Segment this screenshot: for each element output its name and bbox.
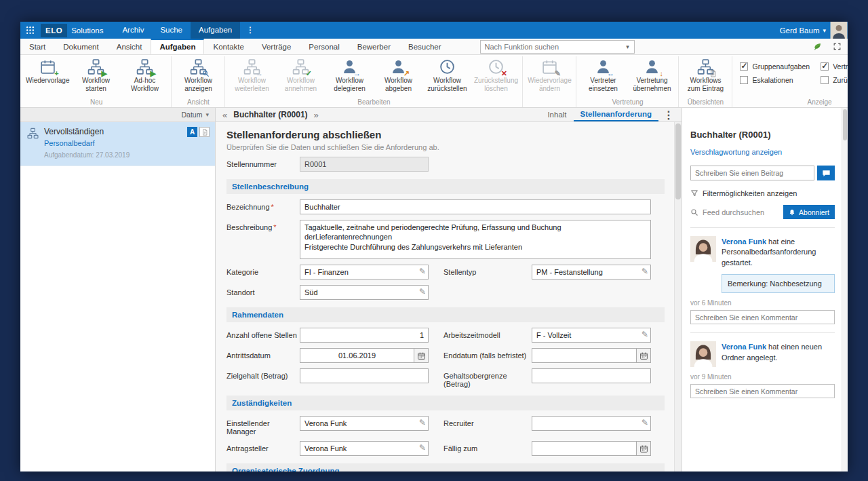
- keywording-link[interactable]: Verschlagwortung anzeigen: [690, 148, 782, 156]
- arbeitszeitmodell-field[interactable]: [532, 328, 651, 343]
- tab-ansicht[interactable]: Ansicht: [108, 39, 151, 54]
- workflows-zum-eintrag-button[interactable]: Workflows zum Eintrag: [681, 57, 730, 94]
- viewtab-inhalt[interactable]: Inhalt: [540, 108, 573, 121]
- stellentyp-field[interactable]: [532, 265, 651, 280]
- wiedervorlage-button[interactable]: + Wiedervorlage: [24, 57, 71, 86]
- feed-post-input[interactable]: [690, 166, 814, 180]
- recruiter-field[interactable]: [532, 416, 651, 431]
- user-menu[interactable]: Gerd Baum: [780, 26, 820, 35]
- feed-scrollbar[interactable]: [842, 108, 848, 472]
- bezeichnung-field[interactable]: [300, 199, 651, 214]
- feed-comment-input[interactable]: [690, 310, 835, 324]
- topbar-item-archiv[interactable]: Archiv: [114, 22, 152, 39]
- workflow-abgeben-button[interactable]: ↗ Workflow abgeben: [374, 57, 422, 94]
- tab-aufgaben[interactable]: Aufgaben: [151, 39, 204, 54]
- edit-pencil-icon[interactable]: ✎: [419, 444, 426, 452]
- group-label-neu: Neu: [24, 98, 169, 107]
- topbar-overflow-icon[interactable]: ⋮: [240, 22, 260, 39]
- feed-search[interactable]: Feed durchsuchen: [703, 208, 764, 216]
- workflow-starten-button[interactable]: ▶ Workflow starten: [71, 57, 120, 94]
- form-scrollbar[interactable]: [674, 122, 682, 472]
- calendar-picker-icon[interactable]: [636, 348, 651, 363]
- form-scrollbar-thumb[interactable]: [675, 123, 681, 199]
- vertretung-uebernehmen-button[interactable]: ↓ Vertretung übernehmen: [627, 57, 676, 94]
- task-workflow-link[interactable]: Personalbedarf: [44, 139, 130, 147]
- funnel-icon: [690, 189, 698, 197]
- tab-vertraege[interactable]: Verträge: [253, 39, 300, 54]
- field-label-antragsteller: Antragsteller: [226, 441, 300, 453]
- subscribed-button[interactable]: Abonniert: [783, 205, 835, 219]
- checkbox-checked-icon[interactable]: ✓: [740, 62, 748, 71]
- topbar-item-aufgaben[interactable]: Aufgaben: [191, 22, 240, 39]
- feed-scrollbar-thumb[interactable]: [843, 109, 847, 140]
- feed-comment-input[interactable]: [690, 384, 835, 398]
- anzahl-offene-stellen-field[interactable]: [300, 328, 429, 343]
- feed-post-button[interactable]: [817, 166, 835, 180]
- sort-caret-icon: ▾: [205, 111, 209, 118]
- feed-author-link[interactable]: Verona Funk: [722, 237, 766, 246]
- function-search-input[interactable]: [481, 41, 622, 53]
- viewtab-stellenanforderung[interactable]: Stellenanforderung: [574, 108, 658, 121]
- view-overflow-icon[interactable]: ⋮: [658, 109, 679, 121]
- app-logo: ELO Solutions: [41, 24, 103, 37]
- edit-pencil-icon[interactable]: ✎: [642, 267, 648, 275]
- tab-personal[interactable]: Personal: [300, 39, 348, 54]
- faellig-zum-field[interactable]: [532, 441, 636, 456]
- feed-filter-toggle[interactable]: Filtermöglichkeiten anzeigen: [690, 189, 835, 197]
- user-caret-icon[interactable]: ▾: [823, 27, 826, 34]
- fullscreen-icon[interactable]: [829, 40, 845, 54]
- task-sort-control[interactable]: Datum ▾: [20, 108, 215, 122]
- edit-pencil-icon[interactable]: ✎: [419, 419, 426, 427]
- einstellender-manager-field[interactable]: [300, 416, 429, 431]
- function-search-caret-icon[interactable]: ▾: [622, 43, 634, 50]
- tab-dokument[interactable]: Dokument: [54, 39, 107, 54]
- edit-pencil-icon[interactable]: ✎: [642, 330, 648, 339]
- collapse-left-icon[interactable]: «: [218, 109, 231, 121]
- tab-bewerber[interactable]: Bewerber: [349, 39, 399, 54]
- calendar-picker-icon[interactable]: [414, 348, 429, 363]
- feed-author-link[interactable]: Verona Funk: [722, 343, 766, 351]
- checkbox-unchecked-icon[interactable]: [821, 76, 829, 84]
- workflow-accept-icon: ✓: [292, 58, 309, 75]
- gehaltsobergrenze-field[interactable]: [532, 368, 651, 383]
- checkbox-unchecked-icon[interactable]: [740, 76, 748, 84]
- edit-pencil-icon[interactable]: ✎: [419, 267, 426, 275]
- edit-pencil-icon[interactable]: ✎: [642, 419, 648, 427]
- checkbox-checked-icon[interactable]: ✓: [821, 62, 829, 71]
- vertreter-einsetzen-button[interactable]: ↔ Vertreter einsetzen: [578, 57, 627, 94]
- workflow-zurueckstellen-button[interactable]: Workflow zurückstellen: [422, 57, 471, 94]
- antrittsdatum-field[interactable]: [300, 348, 414, 363]
- logo-solutions: Solutions: [71, 26, 103, 35]
- edit-pencil-icon[interactable]: ✎: [419, 288, 426, 296]
- tab-besucher[interactable]: Besucher: [399, 39, 450, 54]
- user-avatar[interactable]: [830, 22, 848, 39]
- zielgehalt-field[interactable]: [300, 368, 429, 383]
- checkbox-gruppenaufgaben[interactable]: ✓ Gruppenaufgaben: [740, 62, 810, 71]
- feed-entry: Verona Funk hat eine Personalbedarfsanfo…: [690, 236, 835, 324]
- task-item-selected[interactable]: Vervollständigen Personalbedarf Aufgaben…: [20, 122, 215, 166]
- section-zustaendigkeiten: Zuständigkeiten: [226, 396, 665, 410]
- app-grid-button[interactable]: [20, 22, 39, 39]
- wiedervorlage-aendern-button: ✎ Wiedervorlage ändern: [525, 57, 574, 94]
- topbar-item-suche[interactable]: Suche: [152, 22, 191, 39]
- beschreibung-field[interactable]: Tagaktuelle, zeitnahe und periodengerech…: [300, 220, 651, 259]
- workflow-anzeigen-button[interactable]: Workflow anzeigen: [174, 57, 222, 94]
- tab-kontakte[interactable]: Kontakte: [204, 39, 252, 54]
- form-title: Stellenanforderung abschließen: [226, 129, 665, 140]
- kategorie-field[interactable]: [300, 265, 429, 280]
- collapse-right-icon[interactable]: »: [310, 109, 323, 121]
- checkbox-eskalationen[interactable]: Eskalationen: [740, 76, 810, 84]
- checkbox-vertretungsaufgaben[interactable]: ✓ Vertretungsaufgaben: [821, 62, 848, 71]
- adhoc-workflow-button[interactable]: ▶ Ad-hoc Workflow: [120, 57, 169, 94]
- antragsteller-field[interactable]: [300, 441, 429, 456]
- task-date: Aufgabendatum: 27.03.2019: [44, 151, 130, 159]
- tab-start[interactable]: Start: [20, 39, 54, 54]
- search-icon[interactable]: [690, 208, 698, 216]
- workflow-delegieren-button[interactable]: → Workflow delegieren: [325, 57, 374, 94]
- checkbox-zurueckstellungen[interactable]: Zurückstellungen: [821, 76, 848, 84]
- standort-field[interactable]: [300, 285, 429, 300]
- calendar-picker-icon[interactable]: [636, 441, 651, 456]
- eco-mode-icon[interactable]: [810, 40, 826, 54]
- enddatum-field[interactable]: [532, 348, 636, 363]
- breadcrumb: Buchhalter (R0001): [231, 110, 309, 119]
